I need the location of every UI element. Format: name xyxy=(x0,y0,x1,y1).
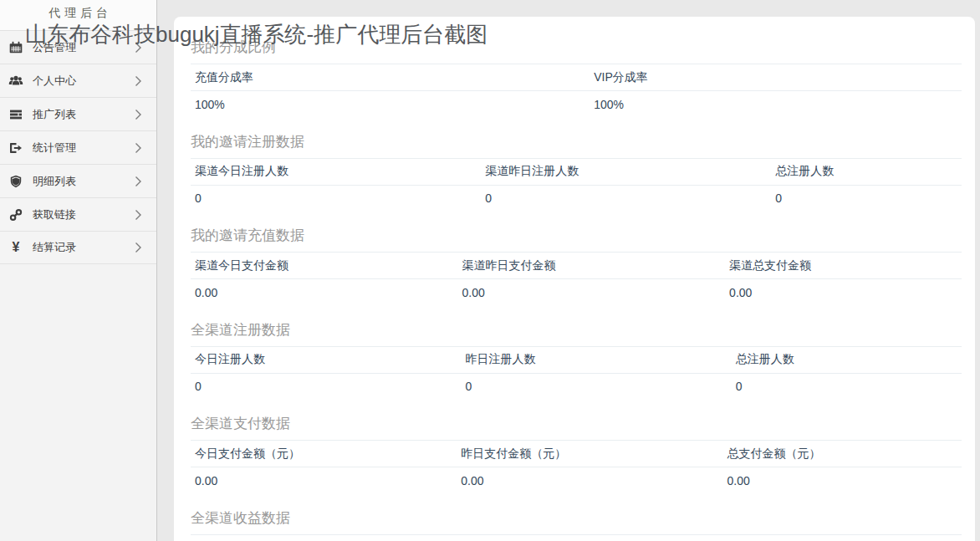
table-row: 100% 100% xyxy=(191,91,962,118)
chevron-right-icon xyxy=(135,175,146,188)
table-cell: 0.00 xyxy=(725,279,962,306)
table-row: 0 0 0 xyxy=(191,185,962,212)
section-title: 我的邀请充值数据 xyxy=(191,228,962,243)
chevron-right-icon xyxy=(135,108,146,121)
all-pay-table: 今日支付金额（元） 昨日支付金额（元） 总支付金额（元） 0.00 0.00 0… xyxy=(191,440,962,494)
link-icon xyxy=(7,208,25,222)
sidebar-item-get-link[interactable]: 获取链接 xyxy=(0,197,156,231)
table-cell: 0 xyxy=(461,373,731,400)
sidebar-item-label: 明细列表 xyxy=(33,174,135,189)
sidebar-item-label: 统计管理 xyxy=(33,140,135,156)
column-header: 渠道总支付金额 xyxy=(725,253,962,279)
sidebar-item-label: 结算记录 xyxy=(33,240,135,255)
table-cell: 0 xyxy=(732,373,962,400)
table-row: 0.00 0.00 0.00 xyxy=(191,279,962,306)
column-header: 总收益金额（元） xyxy=(723,534,962,541)
column-header: 总注册人数 xyxy=(732,346,962,373)
column-header: 今日收益金额（元） xyxy=(191,534,457,541)
sidebar-item-settlement[interactable]: ¥ 结算记录 xyxy=(0,231,156,264)
section-title: 我的邀请注册数据 xyxy=(191,135,962,150)
sidebar-item-label: 公告管理 xyxy=(33,40,135,55)
calendar-icon xyxy=(7,41,25,54)
sidebar-item-detail-list[interactable]: 明细列表 xyxy=(0,164,156,197)
table-cell: 0.00 xyxy=(191,279,458,306)
sidebar-title: 代理后台 xyxy=(0,0,156,30)
table-cell: 0 xyxy=(481,185,771,212)
column-header: 渠道今日注册人数 xyxy=(191,158,481,185)
section-all-channel-income: 全渠道收益数据 今日收益金额（元） 昨日收益金额（元） 总收益金额（元） xyxy=(191,511,962,541)
table-cell: 0 xyxy=(191,373,461,400)
column-header: VIP分成率 xyxy=(590,64,962,91)
shield-icon xyxy=(7,175,25,188)
table-row: 0.00 0.00 0.00 xyxy=(191,467,962,494)
column-header: 渠道昨日注册人数 xyxy=(481,158,771,185)
section-all-channel-register: 全渠道注册数据 今日注册人数 昨日注册人数 总注册人数 0 0 0 xyxy=(191,323,962,401)
invite-register-table: 渠道今日注册人数 渠道昨日注册人数 总注册人数 0 0 0 xyxy=(191,158,962,212)
chevron-right-icon xyxy=(135,208,146,222)
section-my-invite-recharge: 我的邀请充值数据 渠道今日支付金额 渠道昨日支付金额 渠道总支付金额 0.00 … xyxy=(191,228,962,306)
table-cell: 0.00 xyxy=(723,467,962,494)
sidebar-menu: 公告管理 个人中心 xyxy=(0,30,156,264)
column-header: 今日支付金额（元） xyxy=(191,441,457,467)
sidebar-item-label: 个人中心 xyxy=(33,74,135,89)
invite-recharge-table: 渠道今日支付金额 渠道昨日支付金额 渠道总支付金额 0.00 0.00 0.00 xyxy=(191,252,962,306)
section-all-channel-pay: 全渠道支付数据 今日支付金额（元） 昨日支付金额（元） 总支付金额（元） 0.0… xyxy=(191,416,962,494)
column-header: 昨日支付金额（元） xyxy=(457,441,722,467)
column-header: 渠道昨日支付金额 xyxy=(458,253,726,279)
table-cell: 100% xyxy=(590,91,962,118)
sidebar-item-label: 推广列表 xyxy=(33,107,135,122)
sidebar-item-promotion-list[interactable]: 推广列表 xyxy=(0,97,156,130)
users-icon xyxy=(7,74,25,88)
sidebar-item-announcements[interactable]: 公告管理 xyxy=(0,30,156,64)
section-my-invite-register: 我的邀请注册数据 渠道今日注册人数 渠道昨日注册人数 总注册人数 0 0 0 xyxy=(191,135,962,212)
column-header: 总注册人数 xyxy=(771,158,962,185)
sidebar-item-label: 获取链接 xyxy=(33,207,135,222)
sidebar-item-statistics[interactable]: 统计管理 xyxy=(0,130,156,164)
column-header: 昨日收益金额（元） xyxy=(457,534,722,541)
table-row: 0 0 0 xyxy=(191,373,962,400)
chevron-right-icon xyxy=(135,74,146,88)
sidebar-item-profile[interactable]: 个人中心 xyxy=(0,64,156,97)
column-header: 昨日注册人数 xyxy=(461,346,731,373)
section-title: 全渠道注册数据 xyxy=(191,323,962,338)
table-cell: 0.00 xyxy=(191,467,457,494)
table-cell: 0.00 xyxy=(458,279,726,306)
table-cell: 0 xyxy=(771,185,962,212)
section-title: 全渠道收益数据 xyxy=(191,511,962,526)
chevron-right-icon xyxy=(135,41,146,54)
table-cell: 0 xyxy=(191,185,481,212)
dashboard-card: 我的分成比例 充值分成率 VIP分成率 100% 100% 我的邀请注册数据 渠… xyxy=(174,17,975,541)
section-title: 我的分成比例 xyxy=(191,40,962,55)
section-title: 全渠道支付数据 xyxy=(191,416,962,431)
list-icon xyxy=(7,108,25,121)
table-cell: 100% xyxy=(191,91,590,118)
column-header: 今日注册人数 xyxy=(191,346,461,373)
sign-out-icon xyxy=(7,141,25,155)
chevron-right-icon xyxy=(135,141,146,155)
column-header: 充值分成率 xyxy=(191,64,590,91)
table-cell: 0.00 xyxy=(457,467,722,494)
yuan-icon: ¥ xyxy=(7,241,25,254)
all-income-table: 今日收益金额（元） 昨日收益金额（元） 总收益金额（元） xyxy=(191,534,962,541)
share-ratio-table: 充值分成率 VIP分成率 100% 100% xyxy=(191,64,962,118)
column-header: 渠道今日支付金额 xyxy=(191,253,458,279)
sidebar: 代理后台 公告管理 xyxy=(0,0,157,541)
column-header: 总支付金额（元） xyxy=(723,441,962,467)
chevron-right-icon xyxy=(135,241,146,254)
all-register-table: 今日注册人数 昨日注册人数 总注册人数 0 0 0 xyxy=(191,346,962,401)
section-share-ratio: 我的分成比例 充值分成率 VIP分成率 100% 100% xyxy=(191,40,962,118)
